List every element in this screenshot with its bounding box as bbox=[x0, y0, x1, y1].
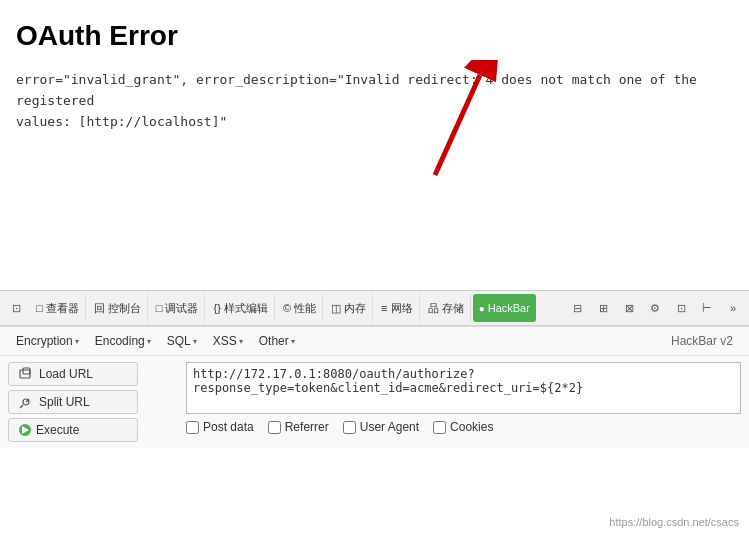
xss-dropdown-arrow: ▾ bbox=[239, 337, 243, 346]
load-url-icon bbox=[19, 367, 33, 381]
load-url-button[interactable]: Load URL bbox=[8, 362, 138, 386]
tab-network[interactable]: ≡ 网络 bbox=[375, 294, 419, 322]
hackbar-buttons-col: Load URL Split URL Execute bbox=[8, 362, 178, 442]
tab-style-editor[interactable]: {} 样式编辑 bbox=[207, 294, 274, 322]
cookies-checkbox-label[interactable]: Cookies bbox=[433, 420, 493, 434]
hackbar-url-area: Post data Referrer User Agent Cookies bbox=[186, 362, 741, 434]
watermark: https://blog.csdn.net/csacs bbox=[609, 516, 739, 528]
menu-other[interactable]: Other ▾ bbox=[251, 331, 303, 351]
toolbar-dock-icon[interactable]: ⊡ bbox=[669, 296, 693, 320]
toolbar-grid-icon[interactable]: ⊠ bbox=[617, 296, 641, 320]
split-url-icon bbox=[19, 395, 33, 409]
other-dropdown-arrow: ▾ bbox=[291, 337, 295, 346]
hackbar-panel: Encryption ▾ Encoding ▾ SQL ▾ XSS ▾ Othe… bbox=[0, 326, 749, 448]
toolbar-settings-icon[interactable]: ⊟ bbox=[565, 296, 589, 320]
execute-button[interactable]: Execute bbox=[8, 418, 138, 442]
execute-play-icon bbox=[19, 424, 31, 436]
url-input[interactable] bbox=[186, 362, 741, 414]
menu-xss[interactable]: XSS ▾ bbox=[205, 331, 251, 351]
referrer-checkbox[interactable] bbox=[268, 421, 281, 434]
main-content: OAuth Error error="invalid_grant", error… bbox=[0, 0, 749, 290]
post-data-checkbox-label[interactable]: Post data bbox=[186, 420, 254, 434]
hackbar-checkboxes: Post data Referrer User Agent Cookies bbox=[186, 420, 741, 434]
hackbar-version: HackBar v2 bbox=[663, 331, 741, 351]
tab-debugger[interactable]: □ 调试器 bbox=[150, 294, 206, 322]
svg-line-5 bbox=[20, 405, 23, 408]
encoding-dropdown-arrow: ▾ bbox=[147, 337, 151, 346]
encryption-dropdown-arrow: ▾ bbox=[75, 337, 79, 346]
toolbar-close-icon[interactable]: ⊢ bbox=[695, 296, 719, 320]
red-arrow bbox=[380, 60, 540, 180]
menu-encoding[interactable]: Encoding ▾ bbox=[87, 331, 159, 351]
referrer-checkbox-label[interactable]: Referrer bbox=[268, 420, 329, 434]
toolbar-more-icon[interactable]: » bbox=[721, 296, 745, 320]
tab-inspector[interactable]: □ 查看器 bbox=[30, 294, 86, 322]
svg-rect-3 bbox=[23, 368, 30, 374]
menu-sql[interactable]: SQL ▾ bbox=[159, 331, 205, 351]
tab-console[interactable]: 回 控制台 bbox=[88, 294, 148, 322]
sql-dropdown-arrow: ▾ bbox=[193, 337, 197, 346]
cookies-checkbox[interactable] bbox=[433, 421, 446, 434]
tab-memory[interactable]: ◫ 内存 bbox=[325, 294, 373, 322]
error-message: error="invalid_grant", error_description… bbox=[16, 70, 733, 132]
page-title: OAuth Error bbox=[16, 20, 733, 52]
toolbar-gear-icon[interactable]: ⚙ bbox=[643, 296, 667, 320]
post-data-checkbox[interactable] bbox=[186, 421, 199, 434]
user-agent-checkbox[interactable] bbox=[343, 421, 356, 434]
tab-performance[interactable]: © 性能 bbox=[277, 294, 323, 322]
tab-hackbar[interactable]: ● HackBar bbox=[473, 294, 536, 322]
tab-storage[interactable]: 品 存储 bbox=[422, 294, 471, 322]
svg-line-1 bbox=[435, 75, 480, 175]
split-url-button[interactable]: Split URL bbox=[8, 390, 138, 414]
hackbar-main-area: Load URL Split URL Execute bbox=[0, 356, 749, 448]
toolbar-inspect-icon[interactable]: ⊡ bbox=[4, 296, 28, 320]
devtools-toolbar: ⊡ □ 查看器 回 控制台 □ 调试器 {} 样式编辑 © 性能 ◫ 内存 ≡ … bbox=[0, 290, 749, 326]
toolbar-split-icon[interactable]: ⊞ bbox=[591, 296, 615, 320]
menu-encryption[interactable]: Encryption ▾ bbox=[8, 331, 87, 351]
hackbar-menu-row: Encryption ▾ Encoding ▾ SQL ▾ XSS ▾ Othe… bbox=[0, 327, 749, 356]
user-agent-checkbox-label[interactable]: User Agent bbox=[343, 420, 419, 434]
